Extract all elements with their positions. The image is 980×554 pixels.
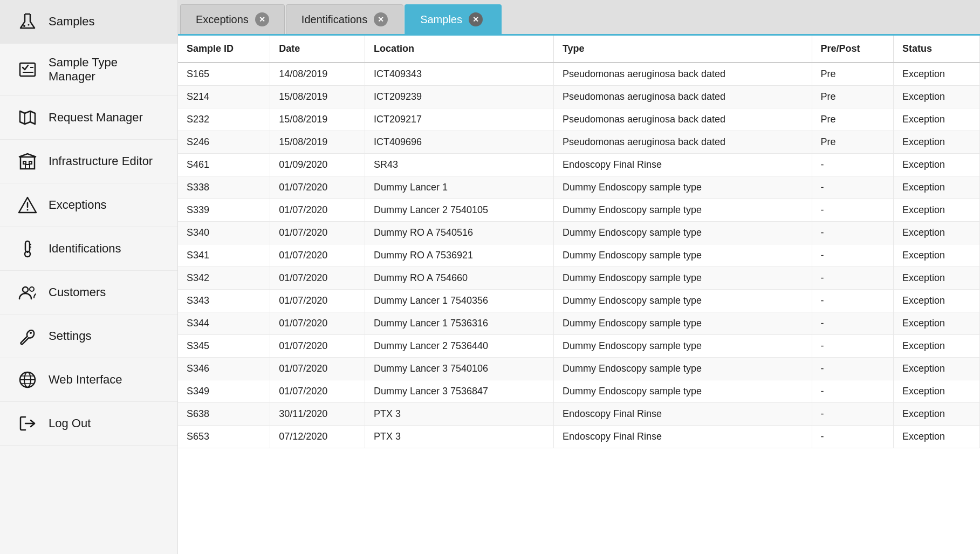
svg-point-15 [27, 209, 29, 211]
cell-row5-col2: Dummy Lancer 1 [365, 176, 553, 199]
cell-row6-col3: Dummy Endoscopy sample type [553, 199, 812, 222]
cell-row8-col3: Dummy Endoscopy sample type [553, 244, 812, 267]
data-table-container: Sample ID Date Location Type Pre/Post St… [178, 34, 980, 554]
cell-row1-col3: Pseudomonas aeruginosa back dated [553, 86, 812, 108]
cell-row12-col2: Dummy Lancer 2 7536440 [365, 335, 553, 358]
cell-row12-col0: S345 [178, 335, 270, 358]
cell-row14-col5: Exception [893, 380, 979, 403]
table-row[interactable]: S65307/12/2020PTX 3Endoscopy Final Rinse… [178, 426, 980, 448]
cell-row9-col2: Dummy RO A 754660 [365, 267, 553, 290]
cell-row0-col2: ICT409343 [365, 63, 553, 86]
sidebar-item-web-interface[interactable]: Web Interface [0, 358, 177, 402]
cell-row13-col5: Exception [893, 358, 979, 380]
customers-icon [13, 283, 42, 302]
cell-row5-col5: Exception [893, 176, 979, 199]
cell-row3-col2: ICT409696 [365, 131, 553, 154]
cell-row6-col5: Exception [893, 199, 979, 222]
cell-row1-col1: 15/08/2019 [270, 86, 365, 108]
cell-row15-col2: PTX 3 [365, 403, 553, 426]
cell-row13-col1: 01/07/2020 [270, 358, 365, 380]
cell-row14-col2: Dummy Lancer 3 7536847 [365, 380, 553, 403]
tab-samples-close[interactable]: ✕ [469, 12, 483, 26]
table-header-row: Sample ID Date Location Type Pre/Post St… [178, 36, 980, 63]
cell-row11-col3: Dummy Endoscopy sample type [553, 312, 812, 335]
cell-row1-col5: Exception [893, 86, 979, 108]
cell-row0-col4: Pre [812, 63, 893, 86]
sidebar-item-samples[interactable]: Samples [0, 0, 177, 44]
table-row[interactable]: S24615/08/2019ICT409696Pseudomonas aerug… [178, 131, 980, 154]
cell-row7-col1: 01/07/2020 [270, 222, 365, 244]
sidebar-item-identifications[interactable]: Identifications [0, 227, 177, 271]
table-row[interactable]: S34301/07/2020Dummy Lancer 1 7540356Dumm… [178, 290, 980, 312]
col-header-sample-id: Sample ID [178, 36, 270, 63]
cell-row12-col4: - [812, 335, 893, 358]
svg-marker-6 [20, 111, 35, 124]
cell-row9-col4: - [812, 267, 893, 290]
cell-row11-col0: S344 [178, 312, 270, 335]
sidebar-item-label-cust: Customers [49, 285, 106, 299]
sidebar-item-label-lo: Log Out [49, 416, 91, 430]
sidebar-item-infrastructure-editor[interactable]: Infrastructure Editor [0, 140, 177, 183]
table-row[interactable]: S34501/07/2020Dummy Lancer 2 7536440Dumm… [178, 335, 980, 358]
table-row[interactable]: S33901/07/2020Dummy Lancer 2 7540105Dumm… [178, 199, 980, 222]
col-header-date: Date [270, 36, 365, 63]
sidebar-item-exceptions[interactable]: Exceptions [0, 183, 177, 227]
svg-point-23 [30, 332, 32, 334]
sidebar-item-settings[interactable]: Settings [0, 314, 177, 358]
tab-exceptions-close[interactable]: ✕ [255, 12, 269, 26]
table-row[interactable]: S23215/08/2019ICT209217Pseudomonas aerug… [178, 108, 980, 131]
thermometer-icon [13, 239, 42, 258]
table-row[interactable]: S34201/07/2020Dummy RO A 754660Dummy End… [178, 267, 980, 290]
svg-rect-9 [20, 157, 35, 169]
globe-icon [13, 370, 42, 389]
sidebar-item-request-manager[interactable]: Request Manager [0, 96, 177, 140]
sidebar-item-label-ie: Infrastructure Editor [49, 154, 153, 168]
cell-row7-col5: Exception [893, 222, 979, 244]
sidebar-item-label-set: Settings [49, 329, 92, 343]
logout-icon [13, 414, 42, 433]
cell-row12-col1: 01/07/2020 [270, 335, 365, 358]
table-row[interactable]: S21415/08/2019ICT209239Pseudomonas aerug… [178, 86, 980, 108]
cell-row0-col3: Pseudomonas aeruginosa back dated [553, 63, 812, 86]
table-row[interactable]: S33801/07/2020Dummy Lancer 1Dummy Endosc… [178, 176, 980, 199]
col-header-status: Status [893, 36, 979, 63]
samples-table: Sample ID Date Location Type Pre/Post St… [178, 36, 980, 448]
cell-row16-col3: Endoscopy Final Rinse [553, 426, 812, 448]
table-row[interactable]: S46101/09/2020SR43Endoscopy Final Rinse-… [178, 154, 980, 176]
cell-row1-col0: S214 [178, 86, 270, 108]
table-row[interactable]: S34101/07/2020Dummy RO A 7536921Dummy En… [178, 244, 980, 267]
cell-row4-col3: Endoscopy Final Rinse [553, 154, 812, 176]
tab-exceptions-label: Exceptions [196, 13, 249, 26]
cell-row15-col0: S638 [178, 403, 270, 426]
sidebar-item-label-rm: Request Manager [49, 111, 143, 125]
tab-identifications-label: Identifications [301, 13, 367, 26]
table-row[interactable]: S63830/11/2020PTX 3Endoscopy Final Rinse… [178, 403, 980, 426]
svg-rect-16 [25, 241, 30, 252]
cell-row5-col1: 01/07/2020 [270, 176, 365, 199]
cell-row13-col2: Dummy Lancer 3 7540106 [365, 358, 553, 380]
cell-row14-col3: Dummy Endoscopy sample type [553, 380, 812, 403]
table-row[interactable]: S34901/07/2020Dummy Lancer 3 7536847Dumm… [178, 380, 980, 403]
cell-row8-col0: S341 [178, 244, 270, 267]
sidebar-item-log-out[interactable]: Log Out [0, 402, 177, 446]
cell-row7-col0: S340 [178, 222, 270, 244]
table-row[interactable]: S16514/08/2019ICT409343Pseudomonas aerug… [178, 63, 980, 86]
cell-row9-col0: S342 [178, 267, 270, 290]
sidebar-item-sample-type-manager[interactable]: Sample Type Manager [0, 44, 177, 96]
cell-row3-col0: S246 [178, 131, 270, 154]
tab-identifications[interactable]: Identifications ✕ [286, 4, 403, 34]
cell-row0-col5: Exception [893, 63, 979, 86]
col-header-location: Location [365, 36, 553, 63]
table-row[interactable]: S34001/07/2020Dummy RO A 7540516Dummy En… [178, 222, 980, 244]
tab-exceptions[interactable]: Exceptions ✕ [180, 4, 285, 34]
cell-row11-col5: Exception [893, 312, 979, 335]
table-row[interactable]: S34401/07/2020Dummy Lancer 1 7536316Dumm… [178, 312, 980, 335]
tab-identifications-close[interactable]: ✕ [374, 12, 388, 26]
tab-samples[interactable]: Samples ✕ [405, 4, 502, 34]
cell-row2-col1: 15/08/2019 [270, 108, 365, 131]
cell-row3-col3: Pseudomonas aeruginosa back dated [553, 131, 812, 154]
sidebar-item-customers[interactable]: Customers [0, 271, 177, 314]
cell-row10-col2: Dummy Lancer 1 7540356 [365, 290, 553, 312]
cell-row0-col1: 14/08/2019 [270, 63, 365, 86]
table-row[interactable]: S34601/07/2020Dummy Lancer 3 7540106Dumm… [178, 358, 980, 380]
